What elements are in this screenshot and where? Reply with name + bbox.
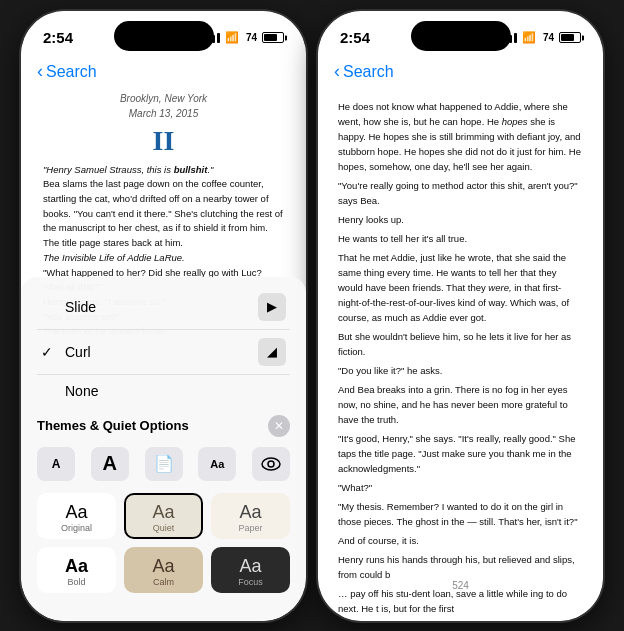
- slide-icon-box: ▶: [258, 293, 286, 321]
- menu-item-curl[interactable]: ✓ Curl ◢: [37, 330, 290, 375]
- theme-bold-aa: Aa: [65, 557, 88, 575]
- menu-item-none[interactable]: None: [37, 375, 290, 407]
- wifi-icon-right: 📶: [522, 31, 536, 44]
- theme-quiet-label: Quiet: [153, 523, 175, 533]
- themes-title: Themes & Quiet Options: [37, 418, 189, 433]
- theme-bold-label: Bold: [67, 577, 85, 587]
- book-paragraph-right-15: has: sim, and he's seen so little of it …: [338, 620, 583, 621]
- battery-text-left: 74: [246, 32, 257, 43]
- book-paragraph-right-12: And of course, it is.: [338, 533, 583, 548]
- eye-button[interactable]: [252, 447, 290, 481]
- menu-item-slide[interactable]: Slide ▶: [37, 285, 290, 330]
- font-large-button[interactable]: A: [91, 447, 129, 481]
- transition-menu: Slide ▶ ✓ Curl ◢ None: [21, 277, 306, 407]
- curl-icon-box: ◢: [258, 338, 286, 366]
- battery-icon-left: [262, 32, 284, 43]
- dynamic-island: [114, 21, 214, 51]
- book-paragraph-right-4: He wants to tell her it's all true.: [338, 231, 583, 246]
- status-icons-left: 📶 74: [202, 31, 284, 44]
- time-left: 2:54: [43, 29, 73, 46]
- book-paragraph-right-2: "You're really going to method actor thi…: [338, 178, 583, 208]
- right-book-content: He does not know what happened to Addie,…: [318, 91, 603, 621]
- none-label: None: [65, 383, 98, 399]
- time-right: 2:54: [340, 29, 370, 46]
- back-label-left: Search: [46, 63, 97, 81]
- book-paragraph-right-10: "What?": [338, 480, 583, 495]
- theme-focus[interactable]: Aa Focus: [211, 547, 290, 593]
- theme-grid: Aa Original Aa Quiet Aa Paper: [21, 489, 306, 601]
- nav-bar-right: ‹ Search: [318, 55, 603, 91]
- font-aa-button[interactable]: Aa: [198, 447, 236, 481]
- theme-bold[interactable]: Aa Bold: [37, 547, 116, 593]
- theme-paper-aa: Aa: [239, 503, 261, 521]
- theme-original-aa: Aa: [65, 503, 87, 521]
- theme-calm-label: Calm: [153, 577, 174, 587]
- book-location-line1: Brooklyn, New York: [43, 91, 284, 106]
- chevron-left-icon-right: ‹: [334, 61, 340, 82]
- status-icons-right: 📶 74: [499, 31, 581, 44]
- dynamic-island-right: [411, 21, 511, 51]
- svg-point-1: [268, 461, 274, 467]
- theme-focus-aa: Aa: [239, 557, 261, 575]
- theme-quiet[interactable]: Aa Quiet: [124, 493, 203, 539]
- battery-icon-right: [559, 32, 581, 43]
- back-label-right: Search: [343, 63, 394, 81]
- book-paragraph-right-9: "It's good, Henry," she says. "It's real…: [338, 431, 583, 476]
- book-paragraph-right-5: That he met Addie, just like he wrote, t…: [338, 250, 583, 325]
- book-location-line2: March 13, 2015: [43, 106, 284, 121]
- book-paragraph-right-11: "My thesis. Remember? I wanted to do it …: [338, 499, 583, 529]
- theme-calm[interactable]: Aa Calm: [124, 547, 203, 593]
- chapter-number: II: [43, 127, 284, 155]
- theme-paper-label: Paper: [238, 523, 262, 533]
- bottom-overlay: Slide ▶ ✓ Curl ◢ None: [21, 277, 306, 621]
- right-phone: 2:54 📶 74 ‹: [318, 11, 603, 621]
- nav-bar-left: ‹ Search: [21, 55, 306, 91]
- svg-point-0: [262, 458, 280, 470]
- book-paragraph-right-6: But she wouldn't believe him, so he lets…: [338, 329, 583, 359]
- curl-label: Curl: [65, 344, 91, 360]
- chevron-left-icon: ‹: [37, 61, 43, 82]
- slide-label: Slide: [65, 299, 96, 315]
- theme-focus-label: Focus: [238, 577, 263, 587]
- theme-calm-aa: Aa: [152, 557, 174, 575]
- eye-icon: [261, 457, 281, 471]
- wifi-icon: 📶: [225, 31, 239, 44]
- theme-original-label: Original: [61, 523, 92, 533]
- back-button-left[interactable]: ‹ Search: [37, 61, 97, 82]
- battery-text-right: 74: [543, 32, 554, 43]
- book-paragraph-right-13: Henry runs his h​ands through his, but r…: [338, 552, 583, 582]
- left-phone: 2:54 📶 74 ‹: [21, 11, 306, 621]
- book-paragraph-right-1: He does not know what happened to Addie,…: [338, 99, 583, 174]
- font-small-button[interactable]: A: [37, 447, 75, 481]
- theme-quiet-aa: Aa: [152, 503, 174, 521]
- theme-paper[interactable]: Aa Paper: [211, 493, 290, 539]
- close-button[interactable]: ✕: [268, 415, 290, 437]
- back-button-right[interactable]: ‹ Search: [334, 61, 394, 82]
- themes-header: Themes & Quiet Options ✕: [21, 407, 306, 443]
- theme-original[interactable]: Aa Original: [37, 493, 116, 539]
- book-paragraph-right-8: And Bea breaks into a grin. There is no …: [338, 382, 583, 427]
- book-paragraph-right-3: Henry looks up.: [338, 212, 583, 227]
- page-number: 524: [318, 580, 603, 591]
- book-header: Brooklyn, New York March 13, 2015: [43, 91, 284, 121]
- font-style-button[interactable]: 📄: [145, 447, 183, 481]
- checkmark-curl: ✓: [41, 344, 57, 360]
- font-controls: A A 📄 Aa: [21, 443, 306, 489]
- book-paragraph-right-7: "Do you like it?" he asks.: [338, 363, 583, 378]
